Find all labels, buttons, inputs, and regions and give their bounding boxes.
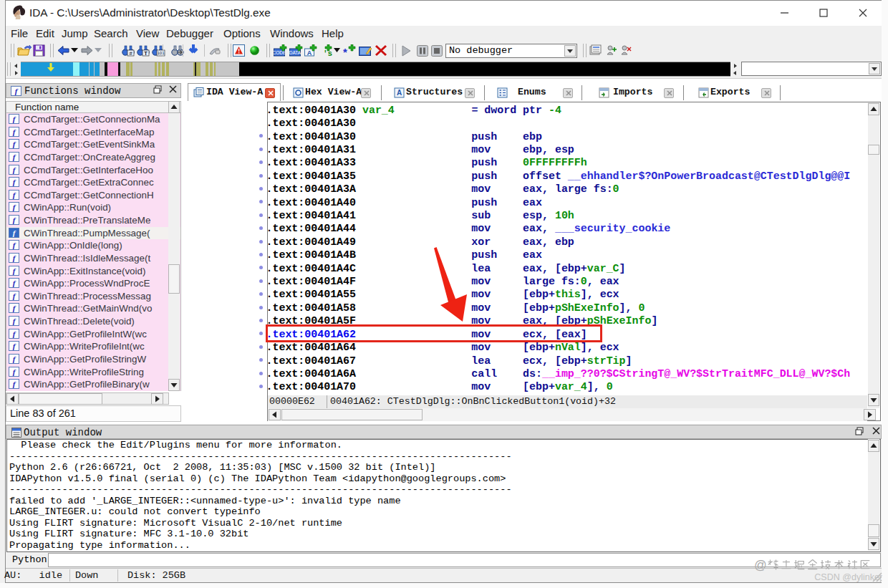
svg-text:A: A	[307, 49, 312, 57]
svg-text:@: @	[754, 558, 767, 572]
svg-text:101: 101	[157, 51, 165, 55]
svg-text:A: A	[397, 89, 402, 97]
svg-text:CODE: CODE	[274, 50, 286, 55]
svg-text:*: *	[343, 46, 347, 57]
svg-text:T: T	[144, 50, 148, 57]
